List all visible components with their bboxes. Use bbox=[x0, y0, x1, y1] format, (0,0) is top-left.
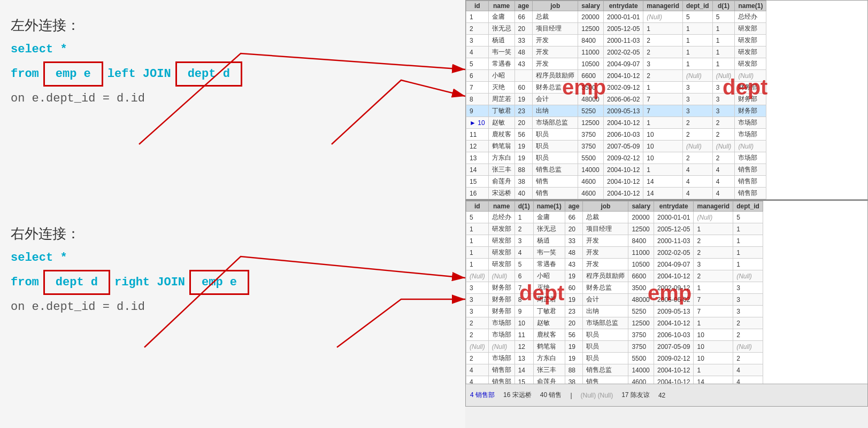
bottom-table-cell: 66 bbox=[565, 212, 583, 223]
bottom-table-cell: 23 bbox=[565, 306, 583, 317]
bottom-table-cell: 33 bbox=[565, 235, 583, 247]
top-table-row: 9丁敏君23出纳52502009-05-13733财务部 bbox=[466, 105, 766, 117]
bottom-table-cell: 2 bbox=[733, 329, 763, 341]
top-table-cell: 3 bbox=[466, 35, 489, 46]
bottom-table-cell: 6 bbox=[514, 270, 533, 282]
bottom-table-cell: 8 bbox=[514, 294, 533, 306]
top-table-cell: 60 bbox=[514, 82, 533, 94]
bottom-table-cell: 48000 bbox=[628, 294, 654, 306]
top-table-cell: 2 bbox=[643, 35, 683, 46]
status-item-5: 17 陈友谅 bbox=[621, 391, 650, 400]
top-table-cell: 38 bbox=[514, 176, 533, 188]
bottom-table-cell: 3750 bbox=[628, 341, 654, 353]
top-table-cell: 4 bbox=[466, 46, 489, 58]
top-table-cell: 陈友谅 bbox=[488, 199, 514, 200]
bottom-table-cell: 财务部 bbox=[488, 306, 514, 317]
top-table-row: 7灭绝60财务总监35002002-09-12133财务部 bbox=[466, 82, 766, 94]
bottom-table-cell: 5500 bbox=[628, 353, 654, 364]
bottom-table-cell: 60 bbox=[565, 282, 583, 294]
top-table-cell: 职员 bbox=[533, 152, 578, 164]
top-table-cell: 4 bbox=[712, 176, 735, 188]
status-item-1: 4 销售部 bbox=[470, 391, 495, 400]
bottom-table-cell: 2 bbox=[466, 353, 489, 364]
bottom-table-col-job: job bbox=[583, 201, 628, 212]
top-table-row: 6小昭程序员鼓励师66002004-10-122(Null)(Null)(Nul… bbox=[466, 70, 766, 82]
bottom-table-cell: (Null) bbox=[466, 270, 489, 282]
bottom-table-cell: 开发 bbox=[583, 259, 628, 270]
bottom-table-cell: 12500 bbox=[628, 317, 654, 329]
top-table-cell: 2000-11-03 bbox=[603, 35, 643, 46]
bottom-table-cell: 1 bbox=[466, 259, 489, 270]
bottom-table-row: 3财务部8周芷若19会计480002006-06-0273 bbox=[466, 294, 763, 306]
bottom-table-cell: (Null) bbox=[733, 341, 763, 353]
right-join-from-line: from dept d right JOIN emp e bbox=[11, 270, 249, 295]
bottom-table-cell: 1 bbox=[694, 317, 733, 329]
bottom-table-cell: 1 bbox=[694, 282, 733, 294]
top-table-cell: 12 bbox=[466, 141, 489, 152]
top-table-cell: 33 bbox=[514, 35, 533, 46]
bottom-table-cell: 13 bbox=[514, 353, 533, 364]
bottom-table-cell: 2006-06-02 bbox=[654, 294, 694, 306]
bottom-table-cell: (Null) bbox=[733, 270, 763, 282]
top-table-cell: 市场部总监 bbox=[533, 117, 578, 129]
top-table-cell: 1 bbox=[466, 11, 489, 23]
bottom-table-row: 2市场部10赵敏20市场部总监125002004-10-1212 bbox=[466, 317, 763, 329]
bottom-table-cell: 1 bbox=[733, 247, 763, 259]
top-table-col-age: age bbox=[514, 1, 533, 11]
top-table: idnameagejobsalaryentrydatemanageriddept… bbox=[466, 1, 766, 199]
bottom-table-row: 5总经办1金庸66总裁200002000-01-01(Null)5 bbox=[466, 212, 763, 223]
top-table-cell: 1 bbox=[683, 35, 713, 46]
top-table-cell: 市场部 bbox=[735, 152, 766, 164]
bottom-table-cell: 方东白 bbox=[533, 353, 565, 364]
top-table-cell: 40 bbox=[514, 188, 533, 199]
top-table-col-salary: salary bbox=[578, 1, 604, 11]
status-item-3: 40 销售 bbox=[540, 391, 562, 400]
top-table-cell: 2 bbox=[712, 152, 735, 164]
status-item-4: (Null) (Null) bbox=[581, 392, 613, 399]
top-table-cell: 14 bbox=[643, 176, 683, 188]
top-table-row: 14张三丰88销售总监140002004-10-12144销售部 bbox=[466, 164, 766, 176]
bottom-table-section: dept emp idnamed(1)name(1)agejobsalaryen… bbox=[465, 200, 868, 407]
left-join-section: 左外连接： select * from emp e left JOIN dept… bbox=[11, 16, 242, 105]
bottom-table-cell: 56 bbox=[565, 329, 583, 341]
top-table-row: 1金庸66总裁200002000-01-01(Null)55总经办 bbox=[466, 11, 766, 23]
top-table-wrapper[interactable]: idnameagejobsalaryentrydatemanageriddept… bbox=[466, 1, 867, 199]
bottom-table-cell: 市场部 bbox=[488, 317, 514, 329]
top-table-cell: 4 bbox=[712, 188, 735, 199]
top-table-cell: 1 bbox=[683, 46, 713, 58]
top-table-cell: 1 bbox=[643, 164, 683, 176]
top-table-cell: 销售 bbox=[533, 176, 578, 188]
top-table-cell: 3 bbox=[643, 58, 683, 70]
top-table-cell: 销售部 bbox=[735, 164, 766, 176]
top-table-cell: 财务总监 bbox=[533, 82, 578, 94]
bottom-table-row: 3财务部9丁敏君23出纳52502009-05-1373 bbox=[466, 306, 763, 317]
top-table-cell: 韦一笑 bbox=[488, 46, 514, 58]
top-table-cell: 1 bbox=[712, 35, 735, 46]
bottom-table-cell: 2009-05-13 bbox=[654, 306, 694, 317]
bottom-table-cell: 2 bbox=[466, 317, 489, 329]
bottom-table-cell: 2 bbox=[694, 235, 733, 247]
bottom-table: idnamed(1)name(1)agejobsalaryentrydatema… bbox=[466, 201, 763, 406]
bottom-table-cell: 2004-10-12 bbox=[654, 364, 694, 376]
bottom-table-cell: 8400 bbox=[628, 235, 654, 247]
top-table-row: 2张无忌20项目经理125002005-12-05111研发部 bbox=[466, 23, 766, 35]
top-table-cell: 赵敏 bbox=[488, 117, 514, 129]
top-table-cell: 2009-02-12 bbox=[603, 152, 643, 164]
top-table-cell: 19 bbox=[514, 94, 533, 105]
bottom-table-row: 3财务部7灭绝60财务总监35002002-09-1213 bbox=[466, 282, 763, 294]
top-table-cell: 3 bbox=[712, 82, 735, 94]
status-item-2: 16 宋远桥 bbox=[503, 391, 532, 400]
right-panel[interactable]: emp dept idnameagejobsalaryentrydatemana… bbox=[465, 0, 868, 428]
top-table-cell: 2 bbox=[683, 152, 713, 164]
top-table-cell: 88 bbox=[514, 164, 533, 176]
left-join-on-line: on e.dept_id = d.id bbox=[11, 92, 242, 105]
top-table-row: 13方东白19职员55002009-02-121022市场部 bbox=[466, 152, 766, 164]
top-table-cell: 48000 bbox=[578, 94, 604, 105]
top-table-cell: 3750 bbox=[578, 129, 604, 141]
top-table-cell: 2004-10-12 bbox=[603, 117, 643, 129]
bottom-table-cell: 金庸 bbox=[533, 212, 565, 223]
bottom-table-cell: 1 bbox=[694, 223, 733, 235]
top-table-cell: 研发部 bbox=[735, 46, 766, 58]
bottom-table-cell: 12500 bbox=[628, 223, 654, 235]
bottom-table-wrapper[interactable]: idnamed(1)name(1)agejobsalaryentrydatema… bbox=[466, 201, 867, 406]
